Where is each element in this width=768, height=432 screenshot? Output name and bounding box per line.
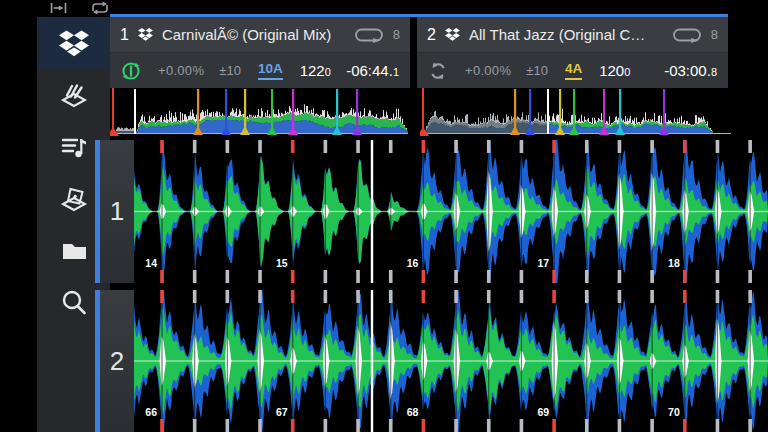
albums-crate-icon (59, 184, 89, 214)
beat-number: 16 (407, 257, 419, 269)
beat-number: 69 (537, 406, 549, 418)
deck2-info-row: +0.00% ±10 4A 1200 -03:00.8 (417, 52, 728, 88)
beat-number: 70 (668, 406, 680, 418)
deck1-scroll-waveform[interactable]: 1415161718 (134, 140, 768, 283)
playlist-icon (59, 132, 89, 162)
beat-number: 15 (276, 257, 288, 269)
deck1-info-row: +0.00% ±10 10A 1220 -06:44.1 (110, 52, 410, 88)
deck2-pitch[interactable]: +0.00% (465, 63, 511, 78)
library-stack-icon (59, 80, 89, 110)
deck1-bpm[interactable]: 1220 (300, 62, 331, 79)
deck2-title-row: 2 All That Jazz (Original C… 8 (417, 17, 728, 52)
deck1-pitch-range[interactable]: ±10 (219, 63, 241, 78)
beat-number: 67 (276, 406, 288, 418)
dropbox-icon (59, 30, 89, 57)
deck1-overview-waveform[interactable] (110, 88, 410, 136)
deck2-key[interactable]: 4A (565, 61, 582, 80)
loop-icon[interactable] (354, 27, 384, 43)
deck2-header: 2 All That Jazz (Original C… 8 +0.00% ± (417, 17, 728, 88)
search-icon (59, 288, 89, 318)
deck1-number: 1 (120, 26, 129, 44)
snap-to-grid-icon[interactable] (50, 1, 67, 15)
deck2-track-title: All That Jazz (Original C… (469, 26, 672, 43)
deck2-loop-beats[interactable]: 8 (711, 27, 718, 42)
sidebar-item-library[interactable] (37, 69, 110, 121)
deck2-wave-row: 2 6667686970 (95, 290, 768, 432)
deck2-row-label: 2 (95, 290, 134, 432)
deck2-number: 2 (427, 26, 436, 44)
dropbox-icon (138, 28, 153, 41)
deck1-wave-row: 1 1415161718 (95, 140, 768, 283)
deck1-header: 1 CarnivalÃ© (Original Mix) 8 +0.00% ±10… (110, 17, 410, 88)
deck1-pitch[interactable]: +0.00% (158, 63, 204, 78)
dropbox-icon (445, 28, 460, 41)
deck2-time-remaining[interactable]: -03:00.8 (664, 62, 717, 79)
deck2-row-number: 2 (110, 346, 124, 377)
deck2-bpm[interactable]: 1200 (599, 62, 630, 79)
deck2-pitch-range[interactable]: ±10 (526, 63, 548, 78)
app-window: 1 CarnivalÃ© (Original Mix) 8 +0.00% ±10… (0, 0, 768, 432)
deck1-key[interactable]: 10A (258, 61, 283, 80)
deck2-scroll-waveform[interactable]: 6667686970 (134, 290, 768, 432)
beat-number: 18 (668, 257, 680, 269)
sidebar-item-dropbox[interactable] (37, 17, 110, 69)
sync-icon[interactable] (428, 61, 448, 81)
deck1-track-title: CarnivalÃ© (Original Mix) (162, 26, 354, 43)
beat-number: 68 (407, 406, 419, 418)
deck1-row-label: 1 (95, 140, 134, 283)
deck2-overview-waveform[interactable] (420, 88, 733, 136)
beat-number: 17 (537, 257, 549, 269)
beat-number: 66 (145, 406, 157, 418)
beat-number: 14 (145, 257, 157, 269)
deck1-title-row: 1 CarnivalÃ© (Original Mix) 8 (110, 17, 410, 52)
deck1-loop-beats[interactable]: 8 (393, 27, 400, 42)
deck1-row-number: 1 (110, 196, 124, 227)
repeat-cycle-icon[interactable] (90, 1, 110, 15)
loop-icon[interactable] (672, 27, 702, 43)
deck1-time-remaining[interactable]: -06:44.1 (346, 62, 399, 79)
sync-icon[interactable] (121, 61, 141, 81)
folder-icon (59, 236, 89, 266)
